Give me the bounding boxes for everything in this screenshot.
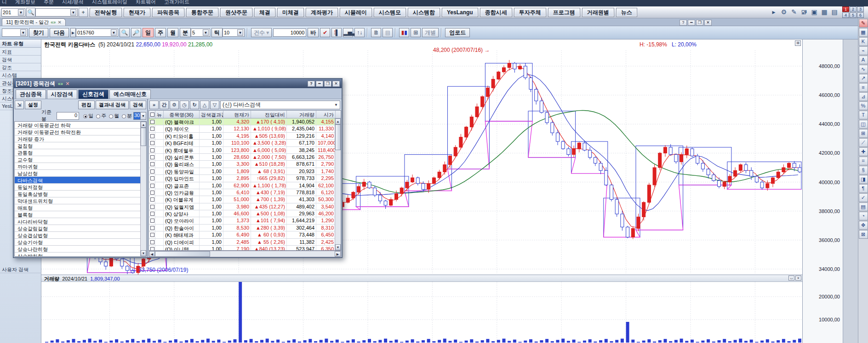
window-control-2[interactable]: ❐ <box>696 20 703 26</box>
toolbar-button-6[interactable]: 미체결 <box>277 8 304 17</box>
print-preview-icon[interactable]: ▤ <box>383 28 393 37</box>
pattern-item-18[interactable]: 상승나란히형 <box>15 246 146 253</box>
window-tile-5[interactable]: 5 <box>850 12 857 18</box>
row-checkbox[interactable] <box>149 168 155 174</box>
table-row[interactable]: (K) 롯데웰푸1,00123,800▲6,000 ( 5,09)38,2451… <box>149 147 341 154</box>
toolbar-button-4[interactable]: 원샷주문 <box>220 8 252 17</box>
popup-tab-0[interactable]: 관심종목 <box>16 90 46 99</box>
right-tool-12[interactable]: ⊞ <box>859 129 868 138</box>
pattern-item-15[interactable]: 상승갈림길형 <box>15 225 146 232</box>
tab-close-icon[interactable]: ✕ <box>57 20 61 25</box>
toolbar-button-2[interactable]: 파워종목 <box>152 8 184 17</box>
pattern-item-14[interactable]: 사다리바닥형 <box>15 218 146 225</box>
toolbar-button-12[interactable]: 종합시세 <box>480 8 512 17</box>
stock-code-combo[interactable]: 015760 ▼ <box>76 28 118 37</box>
scroll-up-icon[interactable]: ▲ <box>141 122 146 128</box>
gear-icon[interactable]: ⚙ <box>170 101 179 109</box>
radio-분[interactable] <box>122 114 126 118</box>
table-row[interactable]: (Q) 제이오1,0012,130▲1,010 ( 9,08)2,435,040… <box>149 125 341 132</box>
interval-icon[interactable]: 간 <box>160 101 169 109</box>
clock-icon[interactable]: ◷ <box>180 101 189 109</box>
toolbar-button-3[interactable]: 통합주문 <box>186 8 218 17</box>
chevron-down-icon[interactable]: ▼ <box>140 112 146 119</box>
table-row[interactable]: (Q) 한솔아이1,008,530▲280 ( 3,39)302,4648,31… <box>149 225 341 231</box>
popup-tab-close-icon[interactable]: ✕ <box>65 81 69 87</box>
search-icon[interactable]: 🔍 <box>26 8 35 17</box>
pattern-item-1[interactable]: 거래량 이동평균선 하락전환 <box>15 129 146 135</box>
window-control-3[interactable]: ✕ <box>704 20 712 26</box>
individual-button[interactable]: 개별 <box>422 28 439 37</box>
row-checkbox[interactable] <box>149 133 155 139</box>
window-tile-4[interactable]: 4 <box>842 12 849 18</box>
memo-icon[interactable]: ✎ <box>789 7 799 17</box>
table-header-2[interactable]: 검색결과값 <box>200 111 223 118</box>
settings-button[interactable]: 설정 <box>25 101 41 109</box>
popup-window-control-1[interactable]: ━ <box>316 81 323 87</box>
period-button-주[interactable]: 주 <box>155 28 166 37</box>
expand-arrow-icon[interactable]: ▸ <box>70 28 76 37</box>
right-tool-9[interactable]: % <box>859 101 868 110</box>
dock-item-1[interactable]: 검색 <box>0 56 41 63</box>
pattern-item-6[interactable]: 까마귀형 <box>15 163 146 170</box>
pattern-item-17[interactable]: 상승기아형 <box>15 239 146 246</box>
period-button-월[interactable]: 월 <box>167 28 178 37</box>
radio-일[interactable] <box>83 114 87 118</box>
table-header-6[interactable]: 시가 <box>316 111 336 118</box>
expand-icon[interactable]: » <box>149 101 159 109</box>
right-tool-15[interactable]: ⌗ <box>859 157 868 165</box>
candle-chart-icon[interactable]: ▮▮ <box>399 28 409 37</box>
window-control-0[interactable]: ? <box>680 20 687 26</box>
table-row[interactable]: (Q) 디에이피1,002,485▲ 55 ( 2,26)11,3822,425 <box>149 239 341 246</box>
right-tool-7[interactable]: ≡ <box>859 83 868 92</box>
chevron-down-icon[interactable]: ▼ <box>111 29 117 36</box>
row-checkbox[interactable] <box>149 189 155 196</box>
menu-item-2[interactable]: 주문 <box>44 0 54 5</box>
dock-item-user-search[interactable]: 사용자 검색 <box>0 265 41 273</box>
table-header-5[interactable]: 거래량 <box>287 111 316 118</box>
right-tool-19[interactable]: ✓ <box>859 193 868 202</box>
row-checkbox[interactable] <box>149 196 155 202</box>
scroll-up-icon[interactable]: ▲ <box>335 118 341 124</box>
base-candle-input[interactable]: 0 <box>57 112 79 120</box>
pattern-list-scrollbar[interactable]: ▲ ▼ <box>140 122 146 256</box>
window-tile-3[interactable]: 3 <box>857 6 864 12</box>
right-tool-17[interactable]: ◨ <box>859 175 868 184</box>
table-row[interactable]: (Q) 이니텍1,007,190▲840 (13,23)523,9476,350 <box>149 246 341 251</box>
bar-label-button[interactable]: 바 <box>308 28 319 37</box>
popup-window-control-0[interactable]: ? <box>308 81 315 87</box>
toolbar-button-10[interactable]: 시스템합 <box>408 8 440 17</box>
period-button-일[interactable]: 일 <box>143 28 154 37</box>
pattern-item-2[interactable]: 거래량 증가 <box>15 135 146 142</box>
table-row[interactable]: (Q) 올리패스1,003,300▲510 (18,28)878,6712,79… <box>149 161 341 168</box>
grid-icon[interactable]: ⊞ <box>411 28 421 37</box>
pattern-item-10[interactable]: 동일흑삼병형 <box>15 191 146 197</box>
pattern-item-4[interactable]: 관통형 <box>15 149 146 156</box>
popup-window-control-2[interactable]: ❐ <box>324 81 331 87</box>
table-row[interactable]: (Q) 블랙야크1,004,320▲170 ( 4,10)1,940,0524,… <box>149 118 341 125</box>
toolbar-button-7[interactable]: 계좌평가 <box>306 8 338 17</box>
table-scrollbar[interactable]: ▲ ▼ <box>335 118 341 250</box>
screenshot-icon[interactable]: ▦ <box>819 7 829 17</box>
pattern-item-12[interactable]: 매트형 <box>15 204 146 211</box>
table-row[interactable]: (K) 삼양사1,0046,600▲500 ( 1,08)29,96346,20… <box>149 210 341 217</box>
new-document-icon[interactable]: 🗎 <box>371 28 381 37</box>
scroll-down-icon[interactable]: ▼ <box>141 250 146 256</box>
add-button[interactable]: + <box>79 8 88 17</box>
monitor-icon[interactable]: 🖳 <box>799 7 809 17</box>
pattern-item-3[interactable]: 걸침형 <box>15 142 146 149</box>
scroll-left-icon[interactable]: ◀ <box>149 251 155 257</box>
window-tile-1[interactable]: 1 <box>842 6 849 12</box>
tab-nav-arrows-icon[interactable]: «» <box>51 20 56 25</box>
toolbar-button-5[interactable]: 체결 <box>254 8 275 17</box>
row-checkbox[interactable] <box>149 210 155 217</box>
scatter-chart-icon[interactable]: ⁞▌ <box>331 28 342 37</box>
sort-desc-icon[interactable]: ▽ <box>210 101 219 109</box>
gear-icon[interactable]: ⚙ <box>779 7 789 17</box>
table-header-3[interactable]: 현재가 <box>223 111 251 118</box>
right-tool-4[interactable]: A <box>859 56 868 64</box>
find-button[interactable]: 찾기 <box>29 28 48 37</box>
popup-tab-3[interactable]: 예스매매신호 <box>109 90 151 99</box>
right-tool-0[interactable]: ✎ <box>859 19 868 28</box>
pattern-item-5[interactable]: 교수형 <box>15 156 146 163</box>
dock-header-chart-type[interactable]: 차트 유형 <box>0 39 41 48</box>
